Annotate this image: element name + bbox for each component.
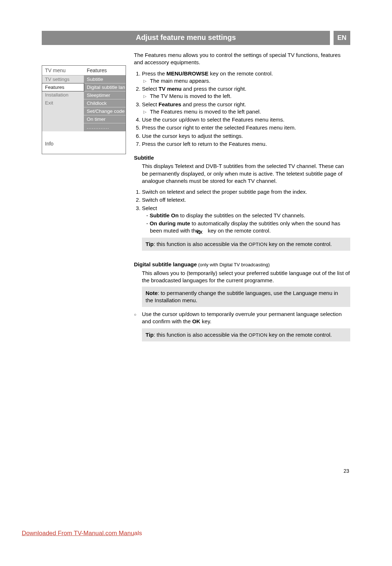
menu-header-left: TV menu [42, 66, 84, 75]
digital-heading-note: (only with Digital TV broadcasting) [197, 262, 270, 267]
menu-right-column: Subtitle Digital subtitle lan.. Sleeptim… [84, 75, 126, 131]
menu-right-item: Childlock [84, 99, 126, 107]
menu-right-item: On timer [84, 115, 126, 123]
footer-link[interactable]: Downloaded From TV-Manual.com Manuals [22, 530, 142, 537]
menu-left-column: TV settings Features Installation Exit [42, 75, 84, 131]
tip-box-subtitle: Tip: this function is also accessible vi… [142, 238, 350, 251]
mute-icon [200, 229, 206, 233]
main-steps-list: Press the MENU/BROWSE key on the remote … [134, 70, 350, 148]
body-text: The Features menu allows you to control … [134, 52, 350, 345]
triangle-icon: ▷ [143, 108, 150, 115]
step-2: Select TV menu and press the cursor righ… [142, 85, 350, 100]
subtitle-paragraph: This displays Teletext and DVB-T subtitl… [142, 163, 350, 185]
intro-paragraph: The Features menu allows you to control … [134, 52, 350, 66]
menu-right-item: Sleeptimer [84, 91, 126, 99]
subtitle-steps: Switch on teletext and select the proper… [134, 188, 350, 235]
subtitle-option-on: Subtitle On to display the subtitles on … [146, 212, 350, 219]
triangle-icon: ▷ [143, 93, 150, 100]
circle-icon: ○ [134, 311, 142, 325]
subtitle-step-2: Switch off teletext. [142, 196, 350, 204]
menu-left-item: Exit [42, 99, 84, 107]
menu-left-item [42, 123, 84, 131]
subtitle-step-1: Switch on teletext and select the proper… [142, 188, 350, 196]
language-badge: EN [334, 31, 350, 45]
menu-header-right: Features [84, 66, 126, 75]
menu-right-item: Set/Change code [84, 107, 126, 115]
step-5: Press the cursor right to enter the sele… [142, 124, 350, 131]
subtitle-step-3: Select Subtitle On to display the subtit… [142, 205, 350, 235]
step-3: Select Features and press the cursor rig… [142, 101, 350, 116]
menu-right-item: Subtitle [84, 75, 126, 83]
menu-right-more: ............. [84, 123, 126, 131]
note-box-digital: Note: to permanently change the subtitle… [142, 287, 350, 307]
digital-bullet: ○ Use the cursor up/down to temporarily … [134, 311, 350, 325]
step-7: Press the cursor left to return to the F… [142, 140, 350, 148]
subtitle-heading: Subtitle [134, 154, 350, 161]
triangle-icon: ▷ [143, 77, 150, 85]
menu-left-item: TV settings [42, 75, 84, 83]
page-title: Adjust feature menu settings [42, 31, 330, 45]
menu-info-area: Info [42, 131, 126, 154]
menu-left-item: Installation [42, 91, 84, 99]
subtitle-option-mute: On during mute to automatically display … [146, 220, 350, 235]
step-1: Press the MENU/BROWSE key on the remote … [142, 70, 350, 85]
step-4: Use the cursor up/down to select the Fea… [142, 116, 350, 123]
digital-paragraph: This allows you to (temporarily) select … [142, 270, 350, 284]
step-6: Use the cursor keys to adjust the settin… [142, 132, 350, 140]
menu-right-item: Digital subtitle lan.. [84, 83, 126, 91]
page-header: Adjust feature menu settings EN [42, 31, 350, 45]
tip-box-digital: Tip: this function is also accessible vi… [142, 328, 350, 341]
page-number: 23 [343, 468, 349, 474]
menu-left-item-selected: Features [42, 83, 84, 91]
menu-diagram: TV menu Features TV settings Features In… [42, 52, 126, 345]
digital-heading: Digital subtitle language [134, 261, 197, 267]
menu-left-item [42, 107, 84, 115]
menu-left-item [42, 115, 84, 123]
digital-heading-row: Digital subtitle language (only with Dig… [134, 261, 350, 268]
